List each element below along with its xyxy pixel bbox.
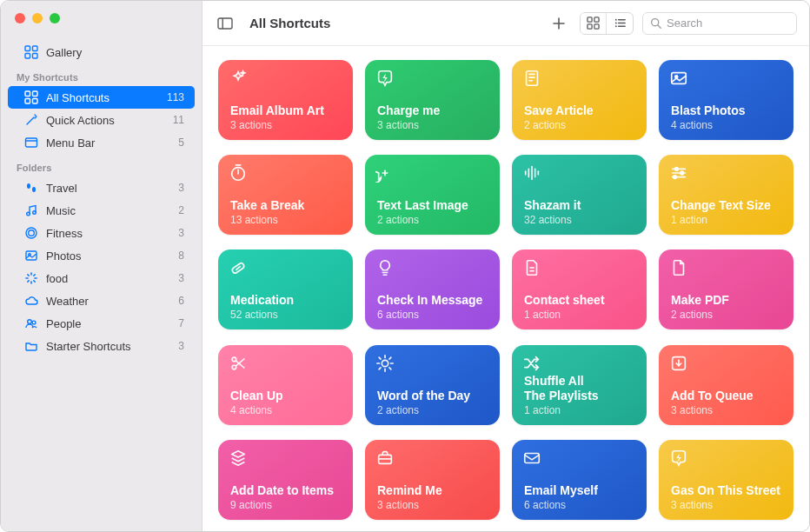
shortcut-subtitle: 1 action xyxy=(524,404,634,416)
svg-rect-6 xyxy=(25,99,30,104)
sidebar-item-fitness[interactable]: Fitness3 xyxy=(8,222,195,244)
view-mode-segmented xyxy=(580,12,634,35)
toggle-sidebar-button[interactable] xyxy=(213,13,237,34)
svg-line-26 xyxy=(34,275,35,276)
close-window-button[interactable] xyxy=(15,13,25,23)
scissors-icon xyxy=(229,354,248,373)
footprints-icon xyxy=(23,180,39,196)
minimize-window-button[interactable] xyxy=(32,13,43,23)
svg-rect-34 xyxy=(594,17,599,22)
fullscreen-window-button[interactable] xyxy=(50,13,60,23)
shortcut-card[interactable]: Shazam it32 actions xyxy=(512,155,647,235)
sidebar-item-quick-actions[interactable]: Quick Actions11 xyxy=(8,109,195,131)
sidebar-item-photos[interactable]: Photos8 xyxy=(8,244,195,267)
sidebar-item-weather[interactable]: Weather6 xyxy=(8,289,195,312)
waveform-icon xyxy=(522,163,541,183)
sidebar-item-label: Menu Bar xyxy=(46,136,171,150)
shortcut-subtitle: 3 actions xyxy=(377,499,488,511)
svg-point-12 xyxy=(32,187,36,192)
rings-icon xyxy=(23,225,39,241)
svg-point-73 xyxy=(382,360,388,366)
sidebar-item-count: 3 xyxy=(178,340,184,352)
shortcut-title: Add To Queue xyxy=(671,389,781,402)
sidebar-item-count: 11 xyxy=(173,114,184,126)
svg-point-62 xyxy=(681,171,684,175)
doc-icon xyxy=(522,258,541,277)
shortcut-title: Take a Break xyxy=(230,198,341,212)
sidebar-item-count: 3 xyxy=(178,227,184,239)
sidebar-item-count: 5 xyxy=(178,136,184,149)
shortcut-card[interactable]: Clean Up4 actions xyxy=(218,345,353,425)
svg-rect-86 xyxy=(525,453,540,462)
search-field[interactable] xyxy=(642,12,797,35)
shortcut-card[interactable]: Email Myself6 actions xyxy=(512,440,647,520)
sidebar-item-count: 3 xyxy=(178,272,184,284)
shortcut-card[interactable]: Shuffle AllThe Playlists1 action xyxy=(512,345,647,425)
shortcut-title: Blast Photos xyxy=(671,103,781,117)
sidebar-item-all-shortcuts[interactable]: All Shortcuts113 xyxy=(8,86,195,109)
sidebar-item-label: Quick Actions xyxy=(46,114,166,127)
folder-icon xyxy=(23,338,39,354)
svg-point-60 xyxy=(674,168,678,171)
shortcut-card[interactable]: Medication52 actions xyxy=(218,249,353,329)
shortcut-subtitle: 3 actions xyxy=(671,404,781,416)
sidebar-item-people[interactable]: People7 xyxy=(8,312,195,335)
svg-rect-9 xyxy=(26,138,37,147)
svg-rect-5 xyxy=(33,91,38,96)
shortcut-subtitle: 4 actions xyxy=(230,404,341,416)
list-view-button[interactable] xyxy=(607,13,633,34)
shortcut-card[interactable]: Contact sheet1 action xyxy=(512,249,647,329)
shortcut-subtitle: 3 actions xyxy=(230,119,341,131)
shortcut-card[interactable]: Add To Queue3 actions xyxy=(659,345,793,425)
sidebar-item-food[interactable]: food3 xyxy=(8,267,195,289)
bolt-badge-icon xyxy=(375,69,395,88)
shortcut-title: Contact sheet xyxy=(524,293,634,307)
shortcut-subtitle: 2 actions xyxy=(671,309,781,321)
shortcut-card[interactable]: Check In Message6 actions xyxy=(365,249,500,329)
shortcut-card[interactable]: Gas On This Street3 actions xyxy=(659,440,793,520)
timer-icon xyxy=(229,163,248,183)
toolbar: All Shortcuts xyxy=(202,1,809,46)
shortcut-subtitle: 3 actions xyxy=(377,119,488,131)
sidebar-item-menu-bar[interactable]: Menu Bar5 xyxy=(8,131,195,154)
shortcut-title: Charge me xyxy=(377,103,488,117)
shortcut-card[interactable]: Take a Break13 actions xyxy=(218,155,353,235)
search-input[interactable] xyxy=(667,17,810,30)
sidebar-item-starter-shortcuts[interactable]: Starter Shortcuts3 xyxy=(8,335,195,357)
svg-rect-7 xyxy=(33,99,38,104)
briefcase-icon xyxy=(375,449,395,468)
shortcut-card[interactable]: Remind Me3 actions xyxy=(365,440,500,520)
shortcut-card[interactable]: Add Date to Items9 actions xyxy=(218,440,353,520)
sidebar-item-gallery[interactable]: Gallery xyxy=(8,41,195,63)
shortcut-card[interactable]: Charge me3 actions xyxy=(365,60,500,140)
sidebar-item-label: All Shortcuts xyxy=(46,91,160,104)
shortcut-subtitle: 13 actions xyxy=(230,214,341,226)
shortcut-title: Add Date to Items xyxy=(230,483,341,497)
shortcut-title: Remind Me xyxy=(377,483,488,497)
svg-rect-1 xyxy=(33,46,38,51)
shortcuts-grid: Email Album Art3 actionsCharge me3 actio… xyxy=(202,46,809,531)
svg-line-44 xyxy=(658,25,661,28)
svg-point-69 xyxy=(232,357,236,362)
sidebar-item-travel[interactable]: Travel3 xyxy=(8,176,195,199)
shortcut-card[interactable]: Make PDF2 actions xyxy=(659,249,793,329)
people-icon xyxy=(23,316,39,331)
new-shortcut-button[interactable] xyxy=(547,13,571,34)
grid-view-button[interactable] xyxy=(581,13,607,34)
shortcut-card[interactable]: Blast Photos4 actions xyxy=(659,60,793,140)
svg-point-16 xyxy=(29,230,35,236)
svg-point-11 xyxy=(27,183,30,189)
shortcut-title: Gas On This Street xyxy=(671,483,781,497)
shortcut-card[interactable]: Email Album Art3 actions xyxy=(218,60,353,140)
window-traffic-lights xyxy=(15,13,60,23)
shortcut-card[interactable]: Word of the Day2 actions xyxy=(365,345,500,425)
shortcut-subtitle: 1 action xyxy=(524,309,634,321)
sidebar-item-count: 2 xyxy=(178,204,184,216)
svg-point-27 xyxy=(28,320,32,324)
sidebar-item-music[interactable]: Music2 xyxy=(8,199,195,222)
svg-point-14 xyxy=(33,211,37,215)
shortcut-card[interactable]: Save Article2 actions xyxy=(512,60,647,140)
shortcut-card[interactable]: Change Text Size1 action xyxy=(659,155,793,235)
cloud-icon xyxy=(23,293,39,309)
shortcut-card[interactable]: Text Last Image2 actions xyxy=(365,155,500,235)
